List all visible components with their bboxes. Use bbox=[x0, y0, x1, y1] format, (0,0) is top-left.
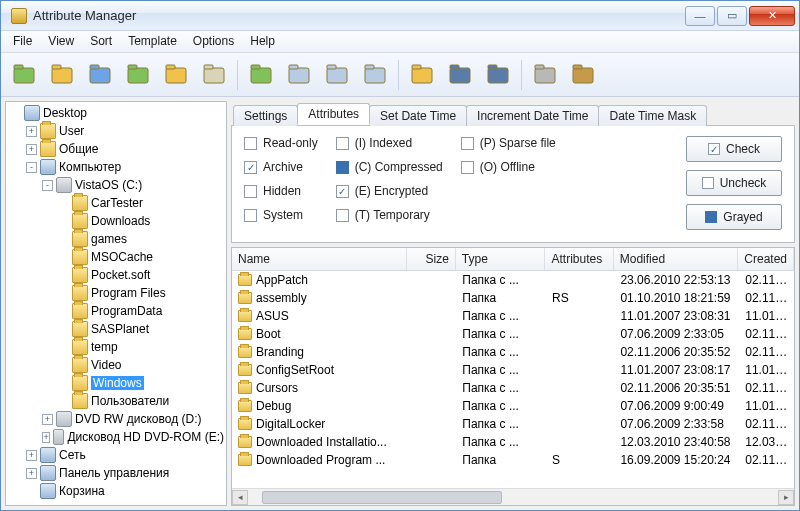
listview-header[interactable]: NameSizeTypeAttributesModifiedCreated bbox=[232, 248, 794, 271]
list-item[interactable]: Downloaded Program ...ПапкаS16.09.2009 1… bbox=[232, 451, 794, 469]
scroll-right-button[interactable]: ▸ bbox=[778, 490, 794, 505]
tree-item[interactable]: +User bbox=[24, 122, 226, 140]
list-item[interactable]: ASUSПапка с ...11.01.2007 23:08:3111.01.… bbox=[232, 307, 794, 325]
listview-body[interactable]: AppPatchПапка с ...23.06.2010 22:53:1302… bbox=[232, 271, 794, 488]
tree-item[interactable]: games bbox=[56, 230, 226, 248]
toolbar-props-single-button[interactable] bbox=[443, 58, 477, 92]
file-listview[interactable]: NameSizeTypeAttributesModifiedCreated Ap… bbox=[231, 247, 795, 506]
menu-help[interactable]: Help bbox=[242, 31, 283, 52]
tree-item[interactable]: Downloads bbox=[56, 212, 226, 230]
tree-item-desktop[interactable]: Desktop bbox=[8, 104, 226, 122]
attr-checkbox--i-indexed[interactable]: (I) Indexed bbox=[336, 136, 443, 150]
titlebar[interactable]: Attribute Manager ― ▭ ✕ bbox=[1, 1, 799, 31]
list-item[interactable]: CursorsПапка с ...02.11.2006 20:35:5102.… bbox=[232, 379, 794, 397]
scroll-left-button[interactable]: ◂ bbox=[232, 490, 248, 505]
toolbar-notepad-button[interactable] bbox=[197, 58, 231, 92]
toolbar-up-folder-button[interactable] bbox=[159, 58, 193, 92]
tree-item[interactable]: Windows bbox=[56, 374, 226, 392]
tree-item[interactable]: ProgramData bbox=[56, 302, 226, 320]
tab-attributes[interactable]: Attributes bbox=[297, 103, 370, 125]
tree-item[interactable]: Корзина bbox=[24, 482, 226, 500]
toolbar-new-button[interactable] bbox=[7, 58, 41, 92]
tree-item[interactable]: +Общие bbox=[24, 140, 226, 158]
toolbar-refresh-button[interactable] bbox=[121, 58, 155, 92]
uncheck-button[interactable]: Uncheck bbox=[686, 170, 782, 196]
maximize-button[interactable]: ▭ bbox=[717, 6, 747, 26]
tab-increment-date-time[interactable]: Increment Date Time bbox=[466, 105, 599, 126]
toolbar-open-folder-button[interactable] bbox=[45, 58, 79, 92]
list-item[interactable]: assemblyПапкаRS01.10.2010 18:21:5902.11.… bbox=[232, 289, 794, 307]
column-header-size[interactable]: Size bbox=[407, 248, 456, 270]
toolbar-props-save-button[interactable] bbox=[481, 58, 515, 92]
list-item[interactable]: BootПапка с ...07.06.2009 2:33:0502.11.2… bbox=[232, 325, 794, 343]
check-button[interactable]: Check bbox=[686, 136, 782, 162]
close-button[interactable]: ✕ bbox=[749, 6, 795, 26]
folder-tree-pane[interactable]: Desktop+User+Общие-Компьютер-VistaOS (C:… bbox=[5, 101, 227, 506]
attr-checkbox-read-only[interactable]: Read-only bbox=[244, 136, 318, 150]
toolbar-copy-multi-button[interactable] bbox=[282, 58, 316, 92]
toolbar-paste-button[interactable] bbox=[358, 58, 392, 92]
menu-options[interactable]: Options bbox=[185, 31, 242, 52]
menu-view[interactable]: View bbox=[40, 31, 82, 52]
horizontal-scrollbar[interactable]: ◂ ▸ bbox=[232, 488, 794, 505]
menu-sort[interactable]: Sort bbox=[82, 31, 120, 52]
attr-checkbox-system[interactable]: System bbox=[244, 208, 318, 222]
column-header-name[interactable]: Name bbox=[232, 248, 407, 270]
attr-checkbox-hidden[interactable]: Hidden bbox=[244, 184, 318, 198]
toolbar-apply-attr-button[interactable] bbox=[244, 58, 278, 92]
attr-checkbox-archive[interactable]: Archive bbox=[244, 160, 318, 174]
expander-icon[interactable]: + bbox=[26, 144, 37, 155]
expander-icon[interactable]: - bbox=[26, 162, 37, 173]
expander-icon[interactable]: + bbox=[26, 450, 37, 461]
tree-item[interactable]: Пользователи bbox=[56, 392, 226, 410]
grayed-button[interactable]: Grayed bbox=[686, 204, 782, 230]
attr-checkbox--c-compressed[interactable]: (C) Compressed bbox=[336, 160, 443, 174]
tree-item[interactable]: +DVD RW дисковод (D:) bbox=[40, 410, 226, 428]
attr-checkbox--e-encrypted[interactable]: (E) Encrypted bbox=[336, 184, 443, 198]
menu-template[interactable]: Template bbox=[120, 31, 185, 52]
tree-item[interactable]: -Компьютер bbox=[24, 158, 226, 176]
tree-item[interactable]: +Дисковод HD DVD-ROM (E:) bbox=[40, 428, 226, 446]
tree-item[interactable]: MSOCache bbox=[56, 248, 226, 266]
attr-checkbox--t-temporary[interactable]: (T) Temporary bbox=[336, 208, 443, 222]
toolbar-home-button[interactable] bbox=[83, 58, 117, 92]
column-header-type[interactable]: Type bbox=[456, 248, 546, 270]
expander-icon[interactable]: - bbox=[42, 180, 53, 191]
tab-settings[interactable]: Settings bbox=[233, 105, 298, 126]
tree-item[interactable]: Video bbox=[56, 356, 226, 374]
column-header-attributes[interactable]: Attributes bbox=[545, 248, 613, 270]
tree-item[interactable]: CarTester bbox=[56, 194, 226, 212]
list-item[interactable]: AppPatchПапка с ...23.06.2010 22:53:1302… bbox=[232, 271, 794, 289]
column-header-modified[interactable]: Modified bbox=[614, 248, 739, 270]
list-item[interactable]: Downloaded Installatio...Папка с ...12.0… bbox=[232, 433, 794, 451]
tree-item[interactable]: Pocket.soft bbox=[56, 266, 226, 284]
toolbar-help-button[interactable] bbox=[566, 58, 600, 92]
up-folder-icon bbox=[163, 62, 189, 88]
list-item[interactable]: DigitalLockerПапка с ...07.06.2009 2:33:… bbox=[232, 415, 794, 433]
expander-icon[interactable]: + bbox=[26, 468, 37, 479]
folder-tree[interactable]: Desktop+User+Общие-Компьютер-VistaOS (C:… bbox=[6, 104, 226, 500]
column-header-created[interactable]: Created bbox=[738, 248, 794, 270]
menu-file[interactable]: File bbox=[5, 31, 40, 52]
tree-item[interactable]: temp bbox=[56, 338, 226, 356]
tree-item[interactable]: +Панель управления bbox=[24, 464, 226, 482]
tab-date-time-mask[interactable]: Date Time Mask bbox=[598, 105, 707, 126]
toolbar-props-folder-button[interactable] bbox=[405, 58, 439, 92]
toolbar-copy-single-button[interactable] bbox=[320, 58, 354, 92]
list-item[interactable]: DebugПапка с ...07.06.2009 9:00:4911.01.… bbox=[232, 397, 794, 415]
expander-icon[interactable]: + bbox=[42, 432, 50, 443]
tree-item[interactable]: SASPlanet bbox=[56, 320, 226, 338]
toolbar-settings-button[interactable] bbox=[528, 58, 562, 92]
tree-item[interactable]: +Сеть bbox=[24, 446, 226, 464]
tab-set-date-time[interactable]: Set Date Time bbox=[369, 105, 467, 126]
list-item[interactable]: ConfigSetRootПапка с ...11.01.2007 23:08… bbox=[232, 361, 794, 379]
tree-item[interactable]: Program Files bbox=[56, 284, 226, 302]
scroll-thumb[interactable] bbox=[262, 491, 502, 504]
attr-checkbox--p-sparse-file[interactable]: (P) Sparse file bbox=[461, 136, 556, 150]
minimize-button[interactable]: ― bbox=[685, 6, 715, 26]
attr-checkbox--o-offline[interactable]: (O) Offline bbox=[461, 160, 556, 174]
expander-icon[interactable]: + bbox=[42, 414, 53, 425]
tree-item[interactable]: -VistaOS (C:) bbox=[40, 176, 226, 194]
list-item[interactable]: BrandingПапка с ...02.11.2006 20:35:5202… bbox=[232, 343, 794, 361]
expander-icon[interactable]: + bbox=[26, 126, 37, 137]
